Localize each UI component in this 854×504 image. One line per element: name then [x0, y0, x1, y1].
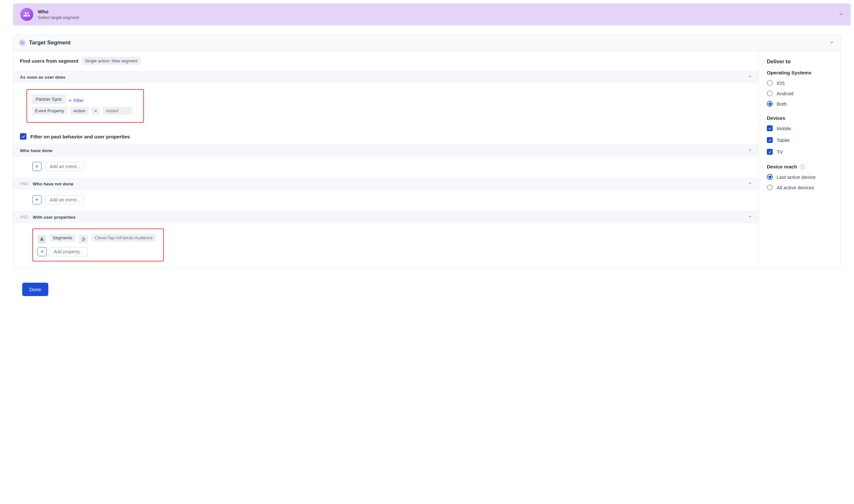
add-event-placeholder[interactable]: Add an event... — [46, 195, 85, 204]
property-value-chip[interactable]: CleverTap-mPaticle-Audience — [91, 234, 156, 242]
os-android-label: Android — [777, 91, 794, 96]
trigger-filter-block: Partner Sync + Filter Event Property Act… — [13, 83, 759, 130]
done-button[interactable]: Done — [22, 283, 48, 296]
checkbox-checked-icon — [767, 125, 773, 131]
past-behavior-label: Filter on past behavior and user propert… — [30, 134, 130, 139]
chevron-up-icon[interactable] — [748, 181, 752, 186]
have-not-done-title: Who have not done — [33, 181, 73, 186]
device-checkbox-tablet[interactable]: Tablet — [767, 137, 834, 143]
user-props-title: With user properties — [33, 215, 75, 220]
add-property-placeholder[interactable]: Add property... — [49, 247, 88, 256]
who-subtitle: Select target segment — [38, 15, 79, 20]
trigger-highlight-box: Partner Sync + Filter Event Property Act… — [26, 89, 144, 123]
operator-chip[interactable]: ∋ — [78, 235, 88, 244]
os-both-label: Both — [777, 101, 787, 107]
and-label: AND — [20, 181, 28, 186]
os-heading: Operating Systems — [767, 70, 834, 75]
find-users-row: Find users from segment Single action: N… — [13, 51, 759, 71]
and-label: AND — [20, 215, 28, 219]
trigger-section-title: As soon as user does — [20, 75, 66, 80]
device-checkbox-tv[interactable]: TV — [767, 149, 834, 155]
who-banner: Who Select target segment — [13, 3, 851, 25]
os-radio-android[interactable]: Android — [767, 90, 834, 96]
radio-selected-icon — [767, 101, 773, 107]
property-key-chip[interactable]: Action — [70, 107, 89, 115]
chevron-up-icon[interactable] — [748, 214, 752, 220]
left-column: Find users from segment Single action: N… — [13, 51, 759, 268]
user-props-area: A Segments ∋ CleverTap-mPaticle-Audience… — [13, 223, 759, 268]
radio-icon — [767, 80, 773, 86]
users-icon — [20, 8, 33, 21]
operator-chip[interactable]: = — [91, 107, 100, 115]
user-props-bar: AND With user properties — [13, 211, 759, 223]
checkbox-checked-icon — [767, 137, 773, 143]
add-event-button[interactable]: + — [32, 195, 41, 204]
os-ios-label: iOS — [777, 80, 785, 86]
device-reach-heading: Device reach — [767, 164, 797, 169]
device-tablet-label: Tablet — [777, 138, 790, 143]
device-mobile-label: Mobile — [777, 126, 791, 131]
chevron-up-icon[interactable] — [748, 148, 752, 153]
property-key-chip[interactable]: Segments — [49, 234, 76, 242]
add-event-placeholder[interactable]: Add an event... — [46, 162, 85, 171]
checkbox-checked-icon — [767, 149, 773, 155]
reach-last-label: Last active device — [777, 174, 816, 180]
have-done-title: Who have done — [20, 148, 53, 153]
reach-all-label: All active devices — [777, 185, 814, 190]
chevron-up-icon[interactable] — [748, 74, 752, 80]
os-radio-ios[interactable]: iOS — [767, 80, 834, 86]
card-title: Target Segment — [29, 39, 71, 46]
devices-heading: Devices — [767, 115, 834, 121]
deliver-to-heading: Deliver to — [767, 59, 834, 65]
have-not-done-area: + Add an event... — [13, 190, 759, 211]
user-props-highlight-box: A Segments ∋ CleverTap-mPaticle-Audience… — [32, 229, 164, 262]
reach-radio-all[interactable]: All active devices — [767, 184, 834, 190]
status-dot-icon — [20, 40, 24, 45]
help-icon[interactable]: ? — [800, 164, 805, 169]
find-users-label: Find users from segment — [20, 58, 78, 64]
add-event-button[interactable]: + — [32, 162, 41, 171]
who-title: Who — [38, 9, 79, 14]
event-property-chip[interactable]: Event Property — [32, 107, 67, 115]
radio-selected-icon — [767, 174, 773, 180]
radio-icon — [767, 90, 773, 96]
device-reach-row: Device reach ? — [767, 164, 834, 169]
add-property-button[interactable]: + — [38, 247, 47, 256]
device-tv-label: TV — [777, 149, 783, 155]
past-behavior-checkbox-row: Filter on past behavior and user propert… — [13, 130, 759, 144]
past-behavior-checkbox[interactable] — [20, 133, 26, 140]
add-filter-link[interactable]: + Filter — [69, 97, 84, 104]
right-column: Deliver to Operating Systems iOS Android… — [759, 51, 841, 268]
card-header: Target Segment — [13, 35, 841, 51]
target-segment-card: Target Segment Find users from segment S… — [13, 35, 841, 268]
chevron-down-icon[interactable] — [838, 12, 843, 18]
reach-radio-last[interactable]: Last active device — [767, 174, 834, 180]
filter-link-label: Filter — [73, 98, 84, 103]
trigger-section-bar: As soon as user does — [13, 71, 759, 83]
segment-pill[interactable]: Single action: New segment — [81, 57, 141, 65]
os-radio-both[interactable]: Both — [767, 101, 834, 107]
chevron-down-icon[interactable] — [830, 40, 834, 46]
have-not-done-bar: AND Who have not done — [13, 178, 759, 190]
property-value-chip[interactable]: Added — [103, 107, 132, 115]
event-chip[interactable]: Partner Sync — [32, 94, 66, 104]
device-checkbox-mobile[interactable]: Mobile — [767, 125, 834, 131]
who-text: Who Select target segment — [38, 9, 79, 20]
have-done-bar: Who have done — [13, 144, 759, 157]
clause-badge: A — [38, 235, 46, 244]
have-done-area: + Add an event... — [13, 157, 759, 178]
plus-icon: + — [69, 97, 72, 104]
radio-icon — [767, 184, 773, 190]
